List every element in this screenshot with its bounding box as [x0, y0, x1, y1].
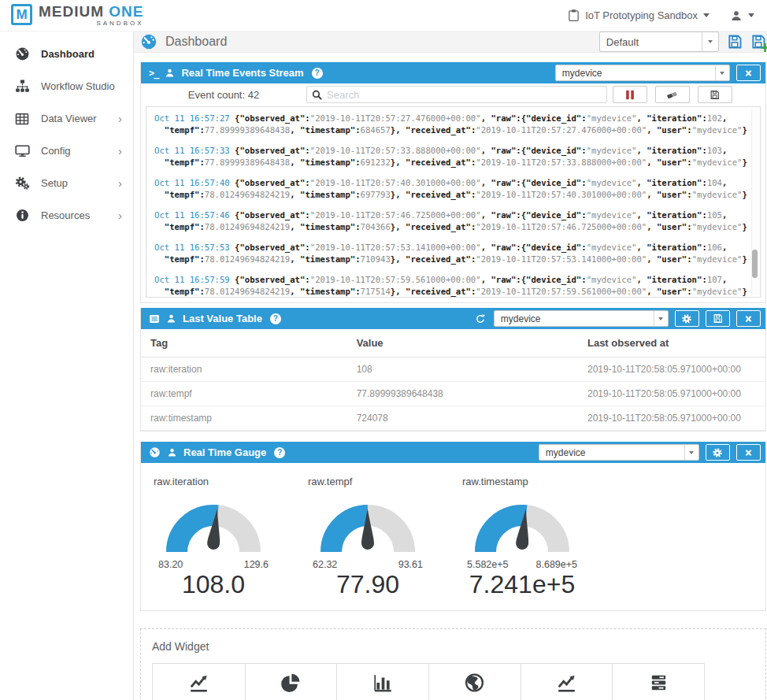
- device-select[interactable]: mydevice: [494, 310, 669, 327]
- event-log-entry: Oct 11 16:57:46 {"observed_at":"2019-10-…: [154, 209, 747, 233]
- save-as-new-dashboard-button[interactable]: [750, 34, 766, 50]
- event-log[interactable]: Oct 11 16:57:27 {"observed_at":"2019-10-…: [146, 106, 761, 298]
- table-icon: [14, 112, 30, 126]
- line-chart-icon: [156, 672, 242, 693]
- widget-option-grouped-geopoint-chart[interactable]: Grouped Users GeoPoint Chart: [428, 664, 521, 700]
- pause-stream-button[interactable]: [613, 86, 647, 103]
- sidebar: Dashboard Workflow Studio Data Viewer › …: [0, 31, 134, 700]
- chevron-right-icon: ›: [118, 112, 122, 125]
- device-select[interactable]: mydevice: [555, 65, 730, 81]
- events-stream-panel: >_ Real Time Events Stream ? mydevice ×: [140, 62, 766, 303]
- save-stream-button[interactable]: [698, 86, 732, 103]
- table-row: raw:tempf 77.89999389648438 2019-10-11T2…: [141, 382, 765, 406]
- device-select[interactable]: mydevice: [539, 444, 699, 461]
- sidebar-item-label: Workflow Studio: [41, 80, 115, 92]
- gauge: raw.timestamp 5.582e+5 8.689e+5 7.241e+5: [462, 476, 582, 599]
- gears-icon: [14, 176, 30, 191]
- real-time-gauge-panel: Real Time Gauge ? mydevice ×: [140, 442, 766, 611]
- event-log-entry: Oct 11 16:57:40 {"observed_at":"2019-10-…: [154, 177, 747, 201]
- list-icon: [149, 313, 160, 324]
- tag-cell: raw:tempf: [141, 382, 347, 406]
- device-select-value: mydevice: [539, 447, 684, 458]
- save-widget-button[interactable]: [706, 310, 730, 327]
- workspace-selector[interactable]: IoT Prototyping Sandbox: [568, 9, 710, 22]
- last-observed-cell: 2019-10-11T20:58:05.971000+00:00: [578, 357, 765, 382]
- sidebar-item-config[interactable]: Config ›: [0, 135, 133, 167]
- widget-option-grouped-bar-chart[interactable]: Grouped Users Bar Chart: [336, 664, 428, 700]
- gauge-max: 8.689e+5: [536, 559, 577, 570]
- gear-icon: [712, 447, 723, 458]
- chevron-down-icon: [715, 65, 729, 80]
- gauge-value: 108.0: [154, 570, 273, 599]
- user-menu[interactable]: [730, 9, 754, 22]
- column-header-value: Value: [347, 329, 578, 357]
- search-box: [306, 86, 607, 103]
- monitor-icon: [14, 143, 30, 158]
- scrollbar-track[interactable]: [751, 109, 758, 295]
- sidebar-item-resources[interactable]: Resources ›: [0, 199, 133, 231]
- widget-option-single-line-chart[interactable]: Single User Line Chart: [521, 664, 613, 700]
- close-widget-button[interactable]: ×: [736, 65, 761, 81]
- help-icon[interactable]: ?: [274, 447, 285, 458]
- close-widget-button[interactable]: ×: [736, 444, 761, 461]
- widget-option-grouped-line-chart[interactable]: Grouped Users Line Chart: [153, 664, 245, 700]
- gauge-icon: [149, 446, 161, 458]
- clear-stream-button[interactable]: [655, 86, 690, 103]
- sidebar-item-workflow-studio[interactable]: Workflow Studio: [0, 70, 133, 102]
- last-observed-cell: 2019-10-11T20:58:05.971000+00:00: [578, 382, 765, 406]
- gauge: raw.tempf 62.32 93.61 77.90: [308, 476, 428, 599]
- chevron-down-icon: [684, 445, 698, 460]
- chevron-right-icon: ›: [118, 144, 122, 157]
- help-icon[interactable]: ?: [270, 313, 281, 324]
- sidebar-item-label: Resources: [41, 209, 90, 221]
- widget-settings-button[interactable]: [706, 444, 730, 461]
- sidebar-item-label: Data Viewer: [41, 113, 97, 124]
- pie-chart-icon: [249, 672, 334, 693]
- gauge-value: 77.90: [308, 570, 428, 599]
- help-icon[interactable]: ?: [312, 68, 323, 79]
- scrollbar-thumb[interactable]: [752, 250, 758, 278]
- dashboard-preset-select[interactable]: Default: [599, 31, 719, 52]
- gauge-min: 62.32: [313, 559, 337, 570]
- tag-cell: raw:iteration: [141, 357, 347, 382]
- pause-icon: [625, 90, 635, 100]
- chevron-right-icon: ›: [118, 209, 122, 222]
- close-icon: ×: [745, 313, 751, 324]
- search-icon: [312, 90, 322, 100]
- add-widget-cards: Grouped Users Line Chart Grouped Users P…: [152, 663, 705, 700]
- widget-settings-button[interactable]: [675, 310, 699, 327]
- add-widget-title: Add Widget: [152, 640, 754, 653]
- sidebar-item-label: Dashboard: [41, 48, 94, 60]
- search-input[interactable]: [327, 89, 602, 101]
- globe-icon: [432, 672, 517, 693]
- column-header-last-observed: Last observed at: [578, 329, 765, 357]
- column-header-tag: Tag: [141, 329, 347, 357]
- info-icon: [14, 209, 30, 222]
- gauge-label: raw.tempf: [308, 476, 428, 487]
- events-toolbar: Event count: 42: [141, 83, 765, 106]
- sidebar-item-setup[interactable]: Setup ›: [0, 167, 133, 199]
- widget-option-grouped-pie-chart[interactable]: Grouped Users Pie Chart: [245, 664, 337, 700]
- gauge-dial: [462, 492, 582, 558]
- close-icon: ×: [745, 447, 751, 458]
- last-value-table-panel: Last Value Table ? mydevice: [140, 308, 766, 431]
- refresh-icon[interactable]: [475, 313, 486, 324]
- value-cell: 108: [347, 357, 578, 382]
- gauge-min: 83.20: [158, 559, 183, 570]
- real-time-gauge-header: Real Time Gauge ? mydevice ×: [141, 442, 765, 463]
- sidebar-item-data-viewer[interactable]: Data Viewer ›: [0, 102, 133, 135]
- gauge-icon: [14, 46, 30, 61]
- eraser-icon: [666, 90, 678, 100]
- close-widget-button[interactable]: ×: [736, 310, 761, 327]
- save-dashboard-button[interactable]: [727, 34, 743, 50]
- chevron-down-icon: [702, 32, 718, 51]
- chevron-right-icon: ›: [118, 176, 122, 190]
- event-count: Event count: 42: [141, 89, 306, 101]
- sidebar-item-label: Config: [41, 145, 71, 157]
- gauge-label: raw.iteration: [154, 476, 273, 487]
- event-log-entry: Oct 11 16:57:59 {"observed_at":"2019-10-…: [154, 274, 747, 298]
- gauge-dial: [308, 492, 428, 558]
- sidebar-item-dashboard[interactable]: Dashboard: [0, 38, 133, 70]
- widget-option-single-cross-filter-chart[interactable]: Single User Cross Filter Chart: [612, 664, 704, 700]
- user-icon: [165, 68, 175, 78]
